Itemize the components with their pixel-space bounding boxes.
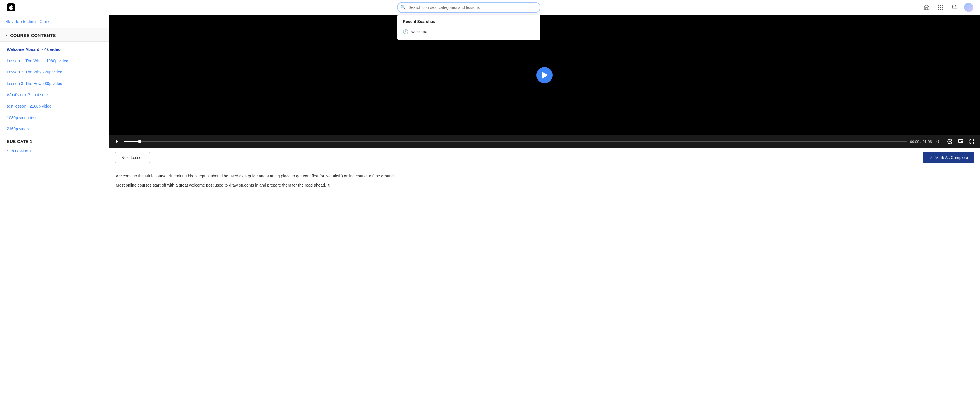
progress-dot [138,140,142,143]
lesson-item[interactable]: test lesson - 2160p video [0,101,109,112]
top-nav: 🔍 Recent Searches 🕐 welcome [0,0,980,15]
settings-button[interactable] [946,138,954,145]
description-paragraph-2: Most online courses start off with a gre… [116,182,973,189]
bell-icon[interactable] [950,3,958,11]
progress-bar[interactable] [124,141,907,142]
lesson-item[interactable]: 2160p video [0,123,109,135]
sidebar-header: 4k video testing - Clone [0,15,109,28]
home-icon[interactable] [923,3,931,11]
pip-button[interactable] [957,138,964,145]
search-dropdown: Recent Searches 🕐 welcome [397,14,541,40]
recent-search-item[interactable]: 🕐 welcome [397,27,541,37]
lesson-item[interactable]: Lesson 3: The How 480p video [0,78,109,89]
svg-marker-1 [937,140,939,143]
course-contents-label: COURSE CONTENTS [10,33,56,38]
progress-fill [124,141,140,142]
next-lesson-button[interactable]: Next Lesson [115,152,150,163]
grid-icon[interactable] [936,3,944,11]
mark-complete-button[interactable]: ✓ Mark As Complete [923,152,974,163]
description-area: Welcome to the Mini-Course Blueprint. Th… [109,167,980,407]
clock-icon: 🕐 [403,29,409,34]
main-layout: 4k video testing - Clone - COURSE CONTEN… [0,15,980,407]
search-input[interactable] [397,2,541,13]
checkmark-icon: ✓ [929,155,933,160]
main-content: 00:00 / 01:06 [109,15,980,407]
collapse-button[interactable]: - [6,33,7,38]
play-icon [542,72,548,79]
course-title-link[interactable]: 4k video testing - Clone [6,19,51,24]
sub-lesson-item[interactable]: Sub Lesson 1 [0,145,109,157]
lesson-actions: Next Lesson ✓ Mark As Complete [109,147,980,167]
time-current: 00:00 [910,139,920,144]
lesson-item[interactable]: What's next? - not sure [0,89,109,101]
avatar[interactable] [964,3,973,12]
volume-button[interactable] [935,138,943,145]
recent-searches-label: Recent Searches [397,19,541,27]
mark-complete-label: Mark As Complete [935,155,968,160]
lesson-item[interactable]: 1080p video test [0,112,109,124]
play-button[interactable] [536,67,552,83]
svg-rect-4 [961,141,963,143]
time-total: 01:06 [922,139,932,144]
lesson-item[interactable]: Welcome Aboard! - 4k video [0,44,109,55]
lesson-list: Welcome Aboard! - 4k video Lesson 1: The… [0,41,109,407]
app-logo[interactable] [7,3,15,11]
fullscreen-button[interactable] [968,138,975,145]
svg-point-2 [949,141,951,142]
video-controls: 00:00 / 01:06 [109,136,980,147]
sub-category-label: SUB CATE 1 [0,135,109,145]
play-pause-button[interactable] [114,138,121,145]
nav-left [7,3,15,11]
lesson-item[interactable]: Lesson 1: The What - 1080p video [0,55,109,67]
sidebar: 4k video testing - Clone - COURSE CONTEN… [0,15,109,407]
nav-right [923,3,973,12]
recent-search-text: welcome [411,29,427,34]
search-wrapper: 🔍 Recent Searches 🕐 welcome [397,2,541,13]
time-display: 00:00 / 01:06 [910,139,932,144]
course-contents-header: - COURSE CONTENTS [0,28,109,41]
svg-marker-0 [116,140,118,143]
search-icon: 🔍 [401,5,406,10]
description-paragraph-1: Welcome to the Mini-Course Blueprint. Th… [116,173,973,180]
video-player [109,15,980,136]
lesson-item[interactable]: Lesson 2: The Why 720p video [0,67,109,78]
